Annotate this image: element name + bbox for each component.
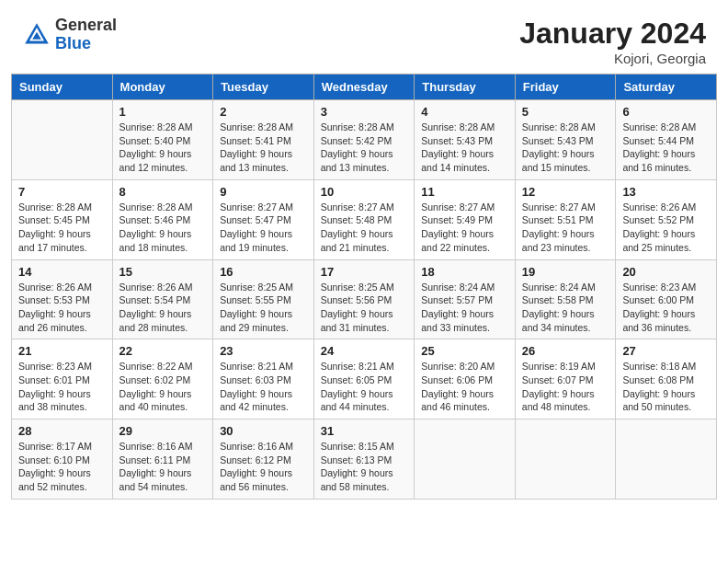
day-number: 31	[321, 424, 408, 438]
calendar-cell: 25Sunrise: 8:20 AMSunset: 6:06 PMDayligh…	[415, 339, 516, 419]
day-info: Sunrise: 8:28 AMSunset: 5:43 PMDaylight:…	[522, 121, 609, 175]
day-number: 20	[622, 265, 710, 279]
day-info: Sunrise: 8:16 AMSunset: 6:11 PMDaylight:…	[119, 440, 207, 494]
calendar-cell	[415, 419, 516, 500]
day-info: Sunrise: 8:27 AMSunset: 5:51 PMDaylight:…	[522, 201, 609, 255]
day-number: 8	[119, 185, 207, 199]
column-header-thursday: Thursday	[415, 75, 516, 100]
day-number: 3	[321, 105, 408, 119]
logo-general-text: General	[55, 17, 117, 35]
day-number: 28	[18, 424, 106, 438]
calendar-cell: 9Sunrise: 8:27 AMSunset: 5:47 PMDaylight…	[213, 179, 314, 259]
column-header-friday: Friday	[515, 75, 616, 100]
calendar-cell: 10Sunrise: 8:27 AMSunset: 5:48 PMDayligh…	[313, 179, 415, 259]
location: Kojori, Georgia	[519, 51, 706, 66]
calendar-cell: 12Sunrise: 8:27 AMSunset: 5:51 PMDayligh…	[515, 179, 616, 259]
day-info: Sunrise: 8:27 AMSunset: 5:47 PMDaylight:…	[220, 201, 307, 255]
calendar-cell	[12, 100, 113, 180]
day-info: Sunrise: 8:28 AMSunset: 5:43 PMDaylight:…	[421, 121, 508, 175]
day-number: 11	[421, 185, 508, 199]
calendar-row: 7Sunrise: 8:28 AMSunset: 5:45 PMDaylight…	[12, 179, 717, 259]
day-number: 18	[421, 265, 508, 279]
day-number: 21	[18, 344, 106, 358]
calendar-cell: 8Sunrise: 8:28 AMSunset: 5:46 PMDaylight…	[112, 179, 213, 259]
calendar-cell: 22Sunrise: 8:22 AMSunset: 6:02 PMDayligh…	[112, 339, 213, 419]
day-number: 12	[522, 185, 609, 199]
calendar-row: 1Sunrise: 8:28 AMSunset: 5:40 PMDaylight…	[12, 100, 717, 180]
day-number: 14	[18, 265, 106, 279]
day-info: Sunrise: 8:24 AMSunset: 5:57 PMDaylight:…	[421, 281, 508, 335]
day-number: 2	[220, 105, 307, 119]
day-number: 27	[622, 344, 710, 358]
calendar-row: 21Sunrise: 8:23 AMSunset: 6:01 PMDayligh…	[12, 339, 717, 419]
calendar-cell: 5Sunrise: 8:28 AMSunset: 5:43 PMDaylight…	[515, 100, 616, 180]
day-info: Sunrise: 8:20 AMSunset: 6:06 PMDaylight:…	[421, 360, 508, 414]
calendar-cell: 29Sunrise: 8:16 AMSunset: 6:11 PMDayligh…	[112, 419, 213, 500]
day-number: 6	[622, 105, 710, 119]
day-info: Sunrise: 8:26 AMSunset: 5:54 PMDaylight:…	[119, 281, 207, 335]
calendar-wrapper: SundayMondayTuesdayWednesdayThursdayFrid…	[0, 74, 728, 511]
calendar-cell: 1Sunrise: 8:28 AMSunset: 5:40 PMDaylight…	[112, 100, 213, 180]
day-info: Sunrise: 8:25 AMSunset: 5:56 PMDaylight:…	[321, 281, 408, 335]
calendar-cell: 23Sunrise: 8:21 AMSunset: 6:03 PMDayligh…	[213, 339, 314, 419]
column-header-sunday: Sunday	[12, 75, 113, 100]
day-number: 4	[421, 105, 508, 119]
day-number: 10	[321, 185, 408, 199]
day-number: 29	[119, 424, 207, 438]
calendar-cell: 13Sunrise: 8:26 AMSunset: 5:52 PMDayligh…	[616, 179, 717, 259]
day-number: 25	[421, 344, 508, 358]
day-info: Sunrise: 8:27 AMSunset: 5:48 PMDaylight:…	[321, 201, 408, 255]
calendar-cell: 17Sunrise: 8:25 AMSunset: 5:56 PMDayligh…	[313, 259, 415, 339]
day-info: Sunrise: 8:16 AMSunset: 6:12 PMDaylight:…	[220, 440, 307, 494]
column-header-saturday: Saturday	[616, 75, 717, 100]
day-number: 23	[220, 344, 307, 358]
calendar-cell: 7Sunrise: 8:28 AMSunset: 5:45 PMDaylight…	[12, 179, 113, 259]
logo-blue-text: Blue	[55, 35, 117, 53]
calendar-cell	[616, 419, 717, 500]
day-number: 30	[220, 424, 307, 438]
logo-text: General Blue	[55, 17, 117, 53]
day-number: 19	[522, 265, 609, 279]
calendar-cell: 26Sunrise: 8:19 AMSunset: 6:07 PMDayligh…	[515, 339, 616, 419]
day-info: Sunrise: 8:24 AMSunset: 5:58 PMDaylight:…	[522, 281, 609, 335]
day-info: Sunrise: 8:28 AMSunset: 5:42 PMDaylight:…	[321, 121, 408, 175]
day-info: Sunrise: 8:23 AMSunset: 6:01 PMDaylight:…	[18, 360, 106, 414]
day-number: 24	[321, 344, 408, 358]
calendar-cell: 21Sunrise: 8:23 AMSunset: 6:01 PMDayligh…	[12, 339, 113, 419]
calendar-cell: 19Sunrise: 8:24 AMSunset: 5:58 PMDayligh…	[515, 259, 616, 339]
day-number: 15	[119, 265, 207, 279]
day-info: Sunrise: 8:28 AMSunset: 5:46 PMDaylight:…	[119, 201, 207, 255]
calendar-cell: 24Sunrise: 8:21 AMSunset: 6:05 PMDayligh…	[313, 339, 415, 419]
calendar-cell: 4Sunrise: 8:28 AMSunset: 5:43 PMDaylight…	[415, 100, 516, 180]
day-info: Sunrise: 8:22 AMSunset: 6:02 PMDaylight:…	[119, 360, 207, 414]
logo: General Blue	[22, 17, 117, 53]
day-info: Sunrise: 8:28 AMSunset: 5:40 PMDaylight:…	[119, 121, 207, 175]
day-info: Sunrise: 8:28 AMSunset: 5:41 PMDaylight:…	[220, 121, 307, 175]
day-info: Sunrise: 8:23 AMSunset: 6:00 PMDaylight:…	[622, 281, 710, 335]
calendar-cell: 28Sunrise: 8:17 AMSunset: 6:10 PMDayligh…	[12, 419, 113, 500]
day-info: Sunrise: 8:25 AMSunset: 5:55 PMDaylight:…	[220, 281, 307, 335]
column-header-monday: Monday	[112, 75, 213, 100]
calendar-cell	[515, 419, 616, 500]
calendar-cell: 11Sunrise: 8:27 AMSunset: 5:49 PMDayligh…	[415, 179, 516, 259]
calendar-cell: 3Sunrise: 8:28 AMSunset: 5:42 PMDaylight…	[313, 100, 415, 180]
calendar-cell: 6Sunrise: 8:28 AMSunset: 5:44 PMDaylight…	[616, 100, 717, 180]
day-number: 26	[522, 344, 609, 358]
calendar-cell: 14Sunrise: 8:26 AMSunset: 5:53 PMDayligh…	[12, 259, 113, 339]
day-number: 22	[119, 344, 207, 358]
day-info: Sunrise: 8:21 AMSunset: 6:05 PMDaylight:…	[321, 360, 408, 414]
day-number: 1	[119, 105, 207, 119]
month-title: January 2024	[519, 17, 706, 51]
day-info: Sunrise: 8:21 AMSunset: 6:03 PMDaylight:…	[220, 360, 307, 414]
day-number: 7	[18, 185, 106, 199]
day-info: Sunrise: 8:28 AMSunset: 5:45 PMDaylight:…	[18, 201, 106, 255]
calendar-cell: 18Sunrise: 8:24 AMSunset: 5:57 PMDayligh…	[415, 259, 516, 339]
calendar-cell: 27Sunrise: 8:18 AMSunset: 6:08 PMDayligh…	[616, 339, 717, 419]
logo-icon	[22, 20, 51, 50]
column-header-tuesday: Tuesday	[213, 75, 314, 100]
day-number: 5	[522, 105, 609, 119]
calendar-header-row: SundayMondayTuesdayWednesdayThursdayFrid…	[12, 75, 717, 100]
day-info: Sunrise: 8:26 AMSunset: 5:52 PMDaylight:…	[622, 201, 710, 255]
calendar-row: 14Sunrise: 8:26 AMSunset: 5:53 PMDayligh…	[12, 259, 717, 339]
day-info: Sunrise: 8:27 AMSunset: 5:49 PMDaylight:…	[421, 201, 508, 255]
